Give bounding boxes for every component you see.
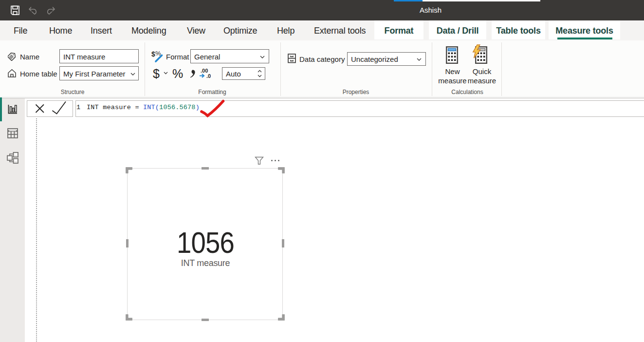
svg-text:.0: .0 xyxy=(206,73,211,79)
svg-text:$: $ xyxy=(151,50,155,58)
